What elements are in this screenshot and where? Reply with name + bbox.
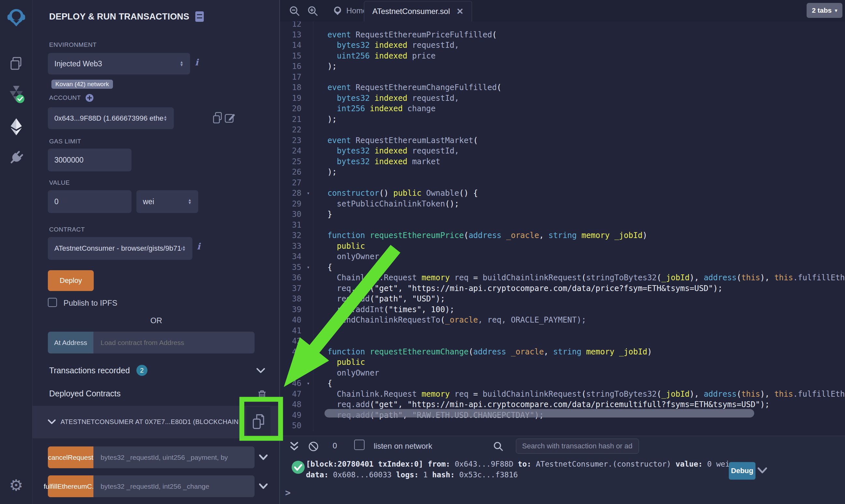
code-editor[interactable]: 1213 event RequestEthereumPriceFulfilled… bbox=[280, 21, 845, 436]
copy-account-icon[interactable] bbox=[212, 112, 223, 124]
docs-book-icon[interactable] bbox=[195, 11, 204, 22]
fold-gutter bbox=[304, 51, 313, 61]
code-line[interactable]: 35▾ { bbox=[280, 262, 845, 273]
deploy-and-run-icon[interactable] bbox=[0, 117, 32, 137]
code-line[interactable]: 22 bbox=[280, 125, 845, 135]
code-text: public bbox=[313, 357, 365, 368]
settings-gear-icon[interactable]: ⚙ bbox=[0, 475, 32, 495]
function-call-button[interactable]: cancelRequest bbox=[48, 447, 93, 468]
horizontal-scrollbar[interactable] bbox=[325, 409, 754, 417]
zoom-out-icon[interactable] bbox=[289, 5, 300, 17]
transactions-chevron-icon[interactable] bbox=[257, 368, 265, 373]
line-number: 31 bbox=[280, 220, 304, 231]
debug-button[interactable]: Debug bbox=[729, 462, 756, 480]
expand-terminal-icon[interactable] bbox=[290, 441, 299, 452]
instance-chevron-icon[interactable] bbox=[48, 419, 56, 424]
code-line[interactable]: 16 ); bbox=[280, 61, 845, 72]
environment-info-icon[interactable]: i bbox=[195, 57, 198, 67]
sign-message-icon[interactable] bbox=[225, 112, 236, 124]
select-stepper-icon: ▲▼ bbox=[180, 61, 184, 67]
at-address-button[interactable]: At Address bbox=[48, 332, 93, 354]
code-line[interactable]: 20 int256 indexed change bbox=[280, 103, 845, 114]
line-number: 26 bbox=[280, 167, 304, 178]
code-line[interactable]: 13 event RequestEthereumPriceFulfilled( bbox=[280, 30, 845, 40]
select-stepper-icon: ▲▼ bbox=[188, 199, 192, 204]
line-number: 19 bbox=[280, 93, 304, 104]
code-text bbox=[313, 125, 318, 135]
code-line[interactable]: 23 event RequestEthereumLastMarket( bbox=[280, 135, 845, 146]
fold-gutter bbox=[304, 357, 313, 368]
code-line[interactable]: 21 ); bbox=[280, 114, 845, 125]
contract-info-icon[interactable]: i bbox=[197, 241, 200, 251]
deployed-instance-row[interactable]: ATESTNETCONSUMER AT 0X7E7...E80D1 (BLOCK… bbox=[33, 406, 279, 438]
function-params-input[interactable]: bytes32 _requestId, int256 _change bbox=[93, 475, 255, 497]
function-expand-chevron-icon[interactable] bbox=[259, 447, 268, 468]
fold-marker-icon[interactable]: ▾ bbox=[304, 378, 313, 389]
code-line[interactable]: 19 bytes32 indexed requestId, bbox=[280, 93, 845, 104]
code-line[interactable]: 36 Chainlink.Request memory req = buildC… bbox=[280, 272, 845, 283]
code-line[interactable]: 12 bbox=[280, 21, 845, 30]
add-account-icon[interactable] bbox=[85, 94, 94, 102]
terminal-prompt[interactable]: > bbox=[285, 487, 291, 498]
function-expand-chevron-icon[interactable] bbox=[259, 475, 268, 497]
at-address-input[interactable] bbox=[93, 332, 255, 354]
icon-sidebar: ⚙ bbox=[0, 0, 33, 504]
code-line[interactable]: 17 bbox=[280, 72, 845, 83]
code-line[interactable]: 45 onlyOwner bbox=[280, 368, 845, 378]
fold-marker-icon[interactable]: ▾ bbox=[304, 262, 313, 273]
listen-network-checkbox[interactable] bbox=[354, 439, 365, 450]
code-line[interactable]: 44 public bbox=[280, 357, 845, 368]
transaction-log[interactable]: [block:20780401 txIndex:0] from: 0x643..… bbox=[306, 459, 730, 480]
code-line[interactable]: 30 } bbox=[280, 209, 845, 220]
transactions-count-badge: 2 bbox=[136, 365, 148, 376]
deploy-button[interactable]: Deploy bbox=[48, 270, 94, 291]
clear-instances-trash-icon[interactable] bbox=[257, 390, 267, 401]
account-select[interactable]: 0x643...9F88D (1.666673996 ether) ▲▼ bbox=[48, 107, 174, 129]
code-text: uint256 indexed price bbox=[313, 51, 435, 61]
tab-active-file[interactable]: ATestnetConsumer.sol ✕ bbox=[364, 1, 472, 21]
value-unit-select[interactable]: wei ▲▼ bbox=[136, 190, 198, 213]
code-line[interactable]: 39 req.addInt("times", 100); bbox=[280, 304, 845, 315]
gas-limit-input[interactable]: 3000000 bbox=[48, 149, 132, 172]
value-input[interactable]: 0 bbox=[48, 190, 132, 213]
code-line[interactable]: 46▾ { bbox=[280, 378, 845, 389]
file-explorer-icon[interactable] bbox=[0, 54, 32, 73]
code-line[interactable]: 32 function requestEthereumPrice(address… bbox=[280, 230, 845, 241]
code-line[interactable]: 18 event RequestEthereumChangeFulfilled( bbox=[280, 82, 845, 93]
code-line[interactable]: 50 bbox=[280, 420, 845, 431]
code-line[interactable]: 41 } bbox=[280, 325, 845, 336]
solidity-compiler-icon[interactable] bbox=[0, 84, 32, 105]
plugin-manager-icon[interactable] bbox=[0, 148, 32, 167]
code-line[interactable]: 47 Chainlink.Request memory req = buildC… bbox=[280, 389, 845, 400]
code-line[interactable]: 24 bytes32 indexed requestId, bbox=[280, 146, 845, 157]
tabs-count-button[interactable]: 2 tabs ▾ bbox=[807, 3, 842, 18]
code-line[interactable]: 25 bytes32 indexed market bbox=[280, 157, 845, 167]
close-tab-icon[interactable]: ✕ bbox=[456, 6, 464, 17]
function-call-button[interactable]: fulfillEthereumC... bbox=[48, 475, 93, 497]
code-line[interactable]: 31 bbox=[280, 220, 845, 231]
function-params-input[interactable]: bytes32 _requestId, uint256 _payment, by bbox=[93, 447, 255, 468]
code-line[interactable]: 37 req.add("get", "https://min-api.crypt… bbox=[280, 283, 845, 294]
code-line[interactable]: 29 setPublicChainlinkToken(); bbox=[280, 199, 845, 210]
code-line[interactable]: 38 req.add("path", "USD"); bbox=[280, 294, 845, 304]
code-line[interactable]: 28▾ constructor() public Ownable() { bbox=[280, 188, 845, 199]
publish-ipfs-checkbox[interactable] bbox=[48, 298, 57, 307]
code-line[interactable]: 14 bytes32 indexed requestId, bbox=[280, 40, 845, 51]
clear-console-icon[interactable] bbox=[308, 441, 319, 452]
code-line[interactable]: 26 ); bbox=[280, 167, 845, 178]
environment-select[interactable]: Injected Web3 ▲▼ bbox=[48, 53, 190, 74]
code-line[interactable]: 43 function requestEthereumChange(addres… bbox=[280, 347, 845, 357]
code-line[interactable]: 40 sendChainlinkRequestTo(_oracle, req, … bbox=[280, 315, 845, 325]
terminal-search-input[interactable] bbox=[516, 439, 639, 454]
copy-address-button[interactable] bbox=[246, 407, 271, 437]
code-line[interactable]: 48 req.add("get", "https://min-api.crypt… bbox=[280, 399, 845, 410]
code-line[interactable]: 34 onlyOwner bbox=[280, 251, 845, 262]
fold-marker-icon[interactable]: ▾ bbox=[304, 188, 313, 199]
code-line[interactable]: 33 public bbox=[280, 241, 845, 252]
code-line[interactable]: 15 uint256 indexed price bbox=[280, 51, 845, 61]
code-line[interactable]: 42 bbox=[280, 336, 845, 347]
log-expand-chevron-icon[interactable] bbox=[757, 467, 767, 474]
contract-select[interactable]: ATestnetConsumer - browser/gists/9b71e07… bbox=[48, 237, 192, 260]
code-line[interactable]: 27 bbox=[280, 178, 845, 188]
zoom-in-icon[interactable] bbox=[307, 5, 318, 17]
